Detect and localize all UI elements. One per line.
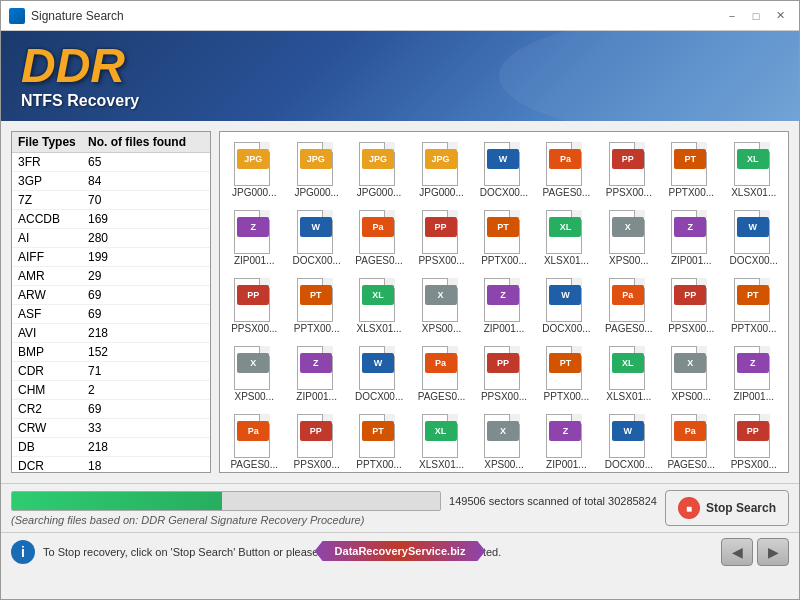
thumbnail-item[interactable]: XL XLSX01... [411, 408, 471, 472]
file-icon-shape: X [422, 276, 462, 322]
thumbnail-item[interactable]: XL XLSX01... [349, 272, 409, 338]
thumbnail-item[interactable]: W DOCX00... [349, 340, 409, 406]
thumbnail-item[interactable]: W DOCX00... [599, 408, 659, 472]
thumbnail-item[interactable]: X XPS00... [599, 204, 659, 270]
thumbnail-item[interactable]: X XPS00... [224, 340, 284, 406]
thumbnail-item[interactable]: W DOCX00... [724, 204, 784, 270]
file-type-row[interactable]: 3FR65 [12, 153, 210, 172]
file-icon-shape: PP [234, 276, 274, 322]
file-icon-shape: PT [297, 276, 337, 322]
prev-button[interactable]: ◀ [721, 538, 753, 566]
thumbnail-item[interactable]: PP PPSX00... [724, 408, 784, 472]
file-icon-shape: PP [297, 412, 337, 458]
file-icon-badge: W [612, 421, 644, 441]
thumbnail-item[interactable]: JPG JPG000... [411, 136, 471, 202]
file-icon-shape: Pa [671, 412, 711, 458]
file-icon: JPG [418, 139, 466, 187]
file-icon-shape: Pa [609, 276, 649, 322]
thumbnail-item[interactable]: XL XLSX01... [724, 136, 784, 202]
next-button[interactable]: ▶ [757, 538, 789, 566]
ddr-logo: DDR [21, 42, 139, 90]
thumbnail-item[interactable]: XL XLSX01... [536, 204, 596, 270]
ft-name: AI [18, 231, 88, 245]
thumbnail-item[interactable]: JPG JPG000... [286, 136, 346, 202]
thumbnail-item[interactable]: JPG JPG000... [224, 136, 284, 202]
file-icon-shape: Pa [422, 344, 462, 390]
thumbnail-item[interactable]: JPG JPG000... [349, 136, 409, 202]
stop-search-button[interactable]: ■ Stop Search [665, 490, 789, 526]
thumbnail-item[interactable]: X XPS00... [411, 272, 471, 338]
file-icon: XL [542, 207, 590, 255]
file-type-row[interactable]: AMR29 [12, 267, 210, 286]
thumbnail-item[interactable]: Pa PAGES0... [349, 204, 409, 270]
file-type-row[interactable]: DCR18 [12, 457, 210, 472]
file-icon: PP [480, 343, 528, 391]
thumbnail-item[interactable]: Pa PAGES0... [661, 408, 721, 472]
thumbnail-item[interactable]: Z ZIP001... [661, 204, 721, 270]
thumbnail-item[interactable]: PP PPSX00... [474, 340, 534, 406]
thumbnail-item[interactable]: Pa PAGES0... [536, 136, 596, 202]
thumbnail-item[interactable]: PP PPSX00... [224, 272, 284, 338]
file-type-row[interactable]: ARW69 [12, 286, 210, 305]
file-icon-body: X [671, 346, 707, 390]
thumbnail-item[interactable]: W DOCX00... [474, 136, 534, 202]
file-icon-body: Pa [359, 210, 395, 254]
thumbnail-item[interactable]: X XPS00... [661, 340, 721, 406]
file-type-row[interactable]: DB218 [12, 438, 210, 457]
file-icon-shape: XL [609, 344, 649, 390]
file-type-list[interactable]: 3FR653GP847Z70ACCDB169AI280AIFF199AMR29A… [12, 153, 210, 472]
file-type-row[interactable]: 3GP84 [12, 172, 210, 191]
thumbnail-item[interactable]: PP PPSX00... [286, 408, 346, 472]
file-type-row[interactable]: AVI218 [12, 324, 210, 343]
thumbnail-item[interactable]: PT PPTX00... [724, 272, 784, 338]
file-type-row[interactable]: 7Z70 [12, 191, 210, 210]
thumbnail-item[interactable]: PP PPSX00... [661, 272, 721, 338]
thumbnail-item[interactable]: PT PPTX00... [474, 204, 534, 270]
file-type-row[interactable]: AIFF199 [12, 248, 210, 267]
thumbnail-item[interactable]: XL XLSX01... [599, 340, 659, 406]
thumbnail-item[interactable]: PT PPTX00... [349, 408, 409, 472]
thumbnail-item[interactable]: PT PPTX00... [661, 136, 721, 202]
file-icon-body: PP [484, 346, 520, 390]
thumbnail-item[interactable]: Z ZIP001... [724, 340, 784, 406]
thumbnail-label: DOCX00... [730, 255, 778, 267]
file-icon-body: Z [734, 346, 770, 390]
thumbnail-item[interactable]: PT PPTX00... [286, 272, 346, 338]
thumbnails-area[interactable]: JPG JPG000... JPG JPG000... JPG JPG000..… [220, 132, 788, 472]
thumbnail-item[interactable]: Z ZIP001... [286, 340, 346, 406]
thumbnail-item[interactable]: PP PPSX00... [599, 136, 659, 202]
file-type-row[interactable]: CRW33 [12, 419, 210, 438]
thumbnail-item[interactable]: W DOCX00... [286, 204, 346, 270]
thumbnail-item[interactable]: Pa PAGES0... [599, 272, 659, 338]
file-type-row[interactable]: AI280 [12, 229, 210, 248]
close-button[interactable]: ✕ [769, 6, 791, 26]
file-type-row[interactable]: CDR71 [12, 362, 210, 381]
thumbnail-item[interactable]: Z ZIP001... [224, 204, 284, 270]
minimize-button[interactable]: − [721, 6, 743, 26]
file-type-row[interactable]: ASF69 [12, 305, 210, 324]
thumbnail-item[interactable]: Pa PAGES0... [411, 340, 471, 406]
maximize-button[interactable]: □ [745, 6, 767, 26]
ft-name: 3FR [18, 155, 88, 169]
file-icon: PT [355, 411, 403, 459]
progress-bar-container [11, 491, 441, 511]
thumbnail-item[interactable]: X XPS00... [474, 408, 534, 472]
file-type-row[interactable]: BMP152 [12, 343, 210, 362]
thumbnail-item[interactable]: Z ZIP001... [536, 408, 596, 472]
thumbnail-item[interactable]: PP PPSX00... [411, 204, 471, 270]
thumbnail-label: XPS00... [422, 323, 461, 335]
file-type-row[interactable]: CHM2 [12, 381, 210, 400]
thumbnail-label: PPSX00... [606, 187, 652, 199]
file-type-row[interactable]: ACCDB169 [12, 210, 210, 229]
thumbnail-item[interactable]: W DOCX00... [536, 272, 596, 338]
file-type-row[interactable]: CR269 [12, 400, 210, 419]
thumbnail-item[interactable]: Pa PAGES0... [224, 408, 284, 472]
thumbnail-item[interactable]: Z ZIP001... [474, 272, 534, 338]
thumbnail-label: DOCX00... [605, 459, 653, 471]
file-icon-badge: Pa [612, 285, 644, 305]
file-icon-shape: X [234, 344, 274, 390]
thumbnail-item[interactable]: PT PPTX00... [536, 340, 596, 406]
thumbnail-label: PPTX00... [731, 323, 777, 335]
sector-text: 149506 sectors scanned of total 30285824 [449, 495, 657, 507]
ft-count: 218 [88, 326, 204, 340]
